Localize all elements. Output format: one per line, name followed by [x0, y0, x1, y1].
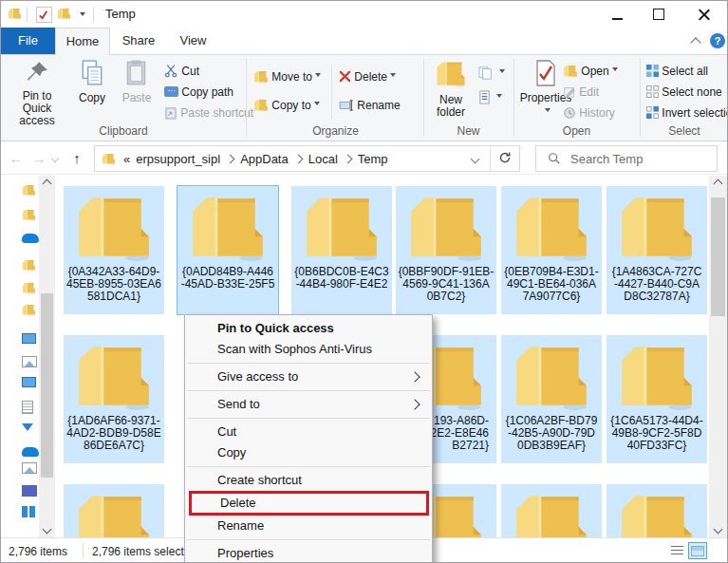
pin-to-quick-access-button[interactable]: Pin to Quick access [7, 60, 67, 127]
copy-path-button[interactable]: ⋯ Copy path [164, 82, 233, 101]
navpane-scrollbar[interactable] [39, 176, 55, 537]
back-icon[interactable]: ← [5, 145, 28, 172]
folder-tile[interactable]: {0B6BDC0B-E4C3-44B4-980F-E4E2 [291, 186, 392, 314]
minimize-button[interactable] [603, 3, 631, 26]
cut-button[interactable]: Cut [164, 61, 199, 80]
folder-tile[interactable] [64, 484, 164, 537]
breadcrumb-erpsupport[interactable]: erpsupport_sipl [133, 152, 223, 166]
open-button[interactable]: Open [563, 61, 618, 80]
context-menu-item-give-access-to[interactable]: Give access to [185, 366, 432, 387]
up-icon[interactable]: ↑ [65, 145, 88, 172]
sidebar-icon-folder[interactable] [22, 282, 36, 294]
sidebar-icon-folder[interactable] [22, 184, 36, 197]
dropdown-icon [315, 73, 321, 80]
sidebar-icon-this-pc[interactable] [22, 333, 36, 344]
new-item-button[interactable] [478, 63, 505, 82]
edit-button[interactable]: Edit [563, 82, 599, 101]
dropdown-icon [496, 94, 502, 101]
folder-tile[interactable]: {0BBF90DF-91EB-4569-9C41-136A0B7C2} [396, 186, 496, 314]
group-separator [246, 59, 247, 137]
large-icons-view-button[interactable] [688, 542, 707, 559]
sidebar-icon-videos[interactable] [22, 485, 37, 497]
collapse-ribbon-icon[interactable] [690, 37, 700, 47]
sidebar-icon-folder[interactable] [22, 259, 36, 272]
tab-view[interactable]: View [167, 28, 219, 54]
refresh-icon[interactable] [491, 151, 519, 167]
close-button[interactable] [690, 3, 719, 26]
qat-properties-icon[interactable] [36, 7, 52, 23]
help-icon[interactable]: ? [710, 33, 725, 48]
details-view-button[interactable] [667, 542, 686, 559]
context-menu-item-create-shortcut[interactable]: Create shortcut [185, 470, 432, 491]
scrollbar-thumb[interactable] [711, 197, 725, 316]
folder-tile[interactable]: {0A342A33-64D9-45EB-8955-03EA6581DCA1} [64, 186, 164, 314]
sidebar-icon-this-pc[interactable] [22, 377, 36, 387]
scrollbar-thumb[interactable] [41, 293, 53, 478]
sidebar-icon-folder[interactable] [22, 209, 36, 221]
folder-icon [616, 490, 698, 537]
folder-tile[interactable]: {1A4863CA-727C-4427-B440-C9AD8C32787A} [607, 186, 707, 314]
select-none-button[interactable]: Select none [646, 82, 722, 101]
address-dropdown-icon[interactable] [471, 154, 480, 163]
sidebar-icon-folder[interactable] [22, 304, 36, 316]
address-box[interactable]: « erpsupport_sipl AppData Local Temp [94, 145, 520, 172]
sidebar-icon-downloads[interactable] [22, 423, 33, 437]
breadcrumb-temp[interactable]: Temp [355, 152, 391, 166]
invert-selection-button[interactable]: Invert selection [646, 103, 728, 122]
context-menu-item-delete[interactable]: Delete [189, 491, 429, 516]
new-folder-button[interactable]: New folder [428, 60, 474, 119]
easy-access-button[interactable] [478, 87, 502, 106]
folder-tile[interactable] [501, 484, 602, 537]
select-all-button[interactable]: Select all [646, 61, 708, 80]
tab-file[interactable]: File [1, 28, 55, 54]
folder-tile[interactable]: {1C06A2BF-BD79-42B5-A90D-79D0DB3B9EAF} [501, 335, 602, 463]
context-menu-item-copy[interactable]: Copy [185, 442, 432, 463]
content-scrollbar[interactable] [709, 176, 727, 537]
qat-dropdown-icon[interactable] [80, 12, 85, 19]
folder-tile[interactable]: {1C6A5173-44D4-49B8-9CF2-5F8D40FD33FC} [607, 335, 707, 463]
search-box[interactable] [535, 145, 718, 172]
folder-tile[interactable]: {0EB709B4-E3D1-49C1-BE64-036A7A9077C6} [501, 186, 602, 314]
paste-icon [124, 60, 149, 86]
submenu-arrow-icon [409, 399, 420, 409]
sidebar-icon-onedrive[interactable] [22, 447, 39, 457]
maximize-button[interactable] [644, 3, 673, 26]
context-menu-item-scan-with-sophos-anti-virus[interactable]: Scan with Sophos Anti-Virus [185, 339, 432, 360]
context-menu-item-cut[interactable]: Cut [185, 422, 432, 442]
copy-to-button[interactable]: Copy to [253, 95, 320, 114]
scroll-up-icon[interactable] [39, 176, 55, 192]
tab-home[interactable]: Home [55, 28, 110, 55]
rename-button[interactable]: Rename [339, 95, 401, 114]
forward-icon[interactable]: → [28, 145, 50, 172]
context-menu-item-rename[interactable]: Rename [185, 516, 432, 536]
context-menu-item-pin-to-quick-access[interactable]: Pin to Quick access [185, 318, 432, 339]
sidebar-icon-onedrive[interactable] [22, 234, 39, 243]
folder-tile[interactable]: {1AD6AF66-9371-4AD2-BDB9-D58E86DE6A7C} [64, 335, 164, 463]
sidebar-icon-pictures[interactable] [22, 462, 37, 474]
search-input[interactable] [569, 151, 705, 167]
tab-share[interactable]: Share [110, 28, 167, 54]
folder-tile[interactable] [607, 484, 707, 537]
sidebar-icon-documents[interactable] [22, 401, 33, 414]
paste-button[interactable]: Paste [116, 60, 158, 104]
paste-shortcut-button[interactable]: Paste shortcut [164, 103, 253, 122]
context-menu-item-properties[interactable]: Properties [185, 543, 432, 563]
folder-tile[interactable]: {0ADD84B9-A446-45AD-B33E-25F5 [177, 186, 278, 314]
breadcrumb-local[interactable]: Local [306, 152, 341, 166]
folder-icon [187, 192, 269, 264]
scroll-down-icon[interactable] [39, 521, 55, 537]
folder-icon [511, 490, 592, 537]
qat-folder-icon[interactable] [57, 8, 71, 20]
scroll-up-icon[interactable] [709, 176, 727, 192]
context-menu-item-send-to[interactable]: Send to [185, 394, 432, 415]
breadcrumb-appdata[interactable]: AppData [237, 152, 291, 166]
move-to-icon [253, 70, 269, 84]
copy-button[interactable]: Copy [71, 60, 113, 104]
recent-locations-icon[interactable] [51, 155, 59, 162]
sidebar-icon-pictures[interactable] [22, 356, 37, 367]
move-to-button[interactable]: Move to [253, 66, 321, 85]
sidebar-icon-network[interactable] [22, 506, 35, 517]
history-button[interactable]: History [563, 103, 615, 122]
delete-button[interactable]: Delete [339, 66, 396, 85]
scroll-down-icon[interactable] [709, 521, 727, 537]
